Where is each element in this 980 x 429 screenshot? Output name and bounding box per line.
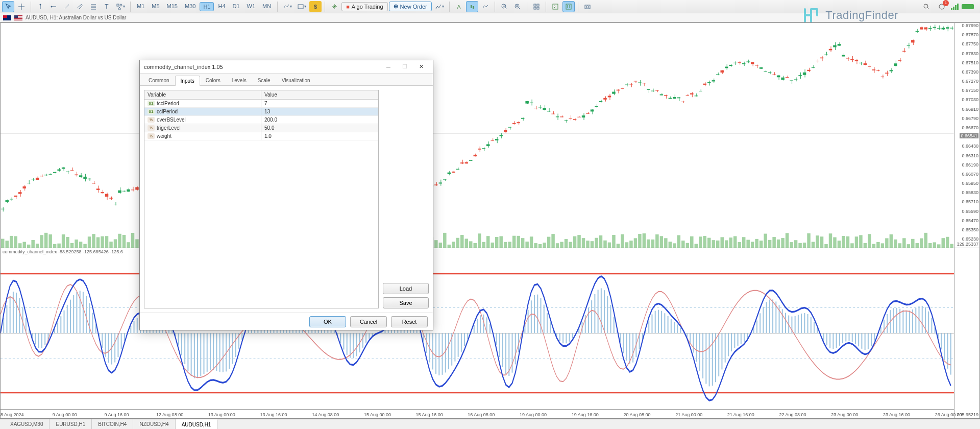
save-button[interactable]: Save bbox=[383, 297, 429, 308]
variable-value[interactable]: 13 bbox=[261, 108, 378, 115]
svg-rect-384 bbox=[486, 144, 489, 146]
input-row[interactable]: ½weight1.0 bbox=[144, 132, 378, 140]
dialog-tab-common[interactable]: Common bbox=[143, 75, 175, 85]
chart-tab[interactable]: AUDUSD,H1 bbox=[176, 419, 218, 429]
svg-rect-88 bbox=[57, 244, 60, 248]
strategy-active-icon[interactable] bbox=[562, 1, 575, 12]
timeframe-m15[interactable]: M15 bbox=[164, 2, 181, 11]
timeframe-mn[interactable]: MN bbox=[259, 2, 274, 11]
time-tick: 13 Aug 00:00 bbox=[208, 412, 235, 417]
variable-name: cciPeriod bbox=[157, 109, 178, 114]
svg-rect-529 bbox=[695, 244, 698, 248]
svg-rect-132 bbox=[122, 191, 126, 192]
hline-tool[interactable] bbox=[47, 1, 60, 12]
crosshair-tool[interactable] bbox=[15, 1, 28, 12]
connection-status-icon bbox=[962, 4, 974, 9]
svg-rect-505 bbox=[660, 236, 663, 248]
order-type-dropdown[interactable]: ▾ bbox=[433, 2, 446, 11]
close-button[interactable]: ✕ bbox=[413, 61, 429, 73]
svg-rect-666 bbox=[894, 63, 897, 66]
dialog-tab-scale[interactable]: Scale bbox=[252, 75, 276, 85]
dialog-tab-levels[interactable]: Levels bbox=[226, 75, 252, 85]
svg-rect-487 bbox=[634, 238, 637, 248]
svg-rect-516 bbox=[677, 98, 680, 99]
svg-point-35 bbox=[586, 6, 589, 8]
algo-trading-button[interactable]: ■Algo Trading bbox=[341, 2, 387, 11]
column-header-value[interactable]: Value bbox=[261, 90, 378, 99]
chart-tab[interactable]: BITCOIN,H4 bbox=[92, 419, 133, 429]
shapes-dropdown[interactable]: ▾ bbox=[114, 2, 127, 11]
dialog-tab-visualization[interactable]: Visualization bbox=[276, 75, 316, 85]
svg-rect-703 bbox=[946, 237, 949, 248]
fibo-tool[interactable] bbox=[87, 1, 100, 12]
input-row[interactable]: ½trigerLevel50.0 bbox=[144, 124, 378, 132]
candle-icon[interactable] bbox=[466, 1, 478, 12]
svg-rect-397 bbox=[504, 242, 507, 248]
input-row[interactable]: ½overBSLevel200.0 bbox=[144, 116, 378, 124]
cursor-tool[interactable] bbox=[2, 1, 14, 12]
timeframe-h4[interactable]: H4 bbox=[215, 2, 228, 11]
timeframe-m30[interactable]: M30 bbox=[182, 2, 199, 11]
chart-tab[interactable]: EURUSD,H1 bbox=[50, 419, 92, 429]
chart-style-dropdown[interactable]: ▾ bbox=[281, 2, 294, 11]
svg-rect-403 bbox=[512, 236, 516, 248]
input-row[interactable]: 01tcciPeriod7 bbox=[144, 100, 378, 108]
screenshot-icon[interactable] bbox=[581, 1, 594, 12]
svg-rect-468 bbox=[608, 96, 611, 97]
variable-value[interactable]: 7 bbox=[261, 100, 378, 107]
tile-windows-icon[interactable] bbox=[530, 1, 543, 12]
text-tool[interactable]: T bbox=[101, 1, 113, 12]
svg-rect-669 bbox=[898, 60, 901, 61]
notifications-icon[interactable]: 1 bbox=[936, 1, 948, 12]
chart-tab[interactable]: XAGUSD,M30 bbox=[4, 419, 50, 429]
templates-dropdown[interactable]: ▾ bbox=[295, 2, 308, 11]
reset-button[interactable]: Reset bbox=[391, 316, 428, 327]
svg-rect-366 bbox=[460, 162, 463, 163]
trendline-tool[interactable] bbox=[61, 1, 73, 12]
timeframe-m1[interactable]: M1 bbox=[134, 2, 148, 11]
shift-chart-icon[interactable] bbox=[453, 1, 465, 12]
search-icon[interactable] bbox=[920, 1, 933, 12]
line-chart-icon[interactable] bbox=[479, 1, 492, 12]
input-row[interactable]: 01cciPeriod13 bbox=[144, 108, 378, 116]
minimize-button[interactable]: ─ bbox=[381, 61, 396, 73]
indicator-icon[interactable] bbox=[328, 1, 340, 12]
timeframe-d1[interactable]: D1 bbox=[230, 2, 243, 11]
svg-rect-76 bbox=[40, 235, 43, 248]
channel-tool[interactable] bbox=[74, 1, 86, 12]
svg-rect-474 bbox=[617, 90, 620, 91]
load-button[interactable]: Load bbox=[383, 283, 429, 294]
plus-icon: ⊕ bbox=[394, 3, 398, 10]
zoom-in-icon[interactable] bbox=[511, 1, 524, 12]
vline-tool[interactable] bbox=[34, 1, 46, 12]
variable-value[interactable]: 200.0 bbox=[261, 116, 378, 124]
inputs-table[interactable]: Variable Value 01tcciPeriod701cciPeriod1… bbox=[144, 90, 379, 308]
svg-rect-352 bbox=[439, 243, 442, 248]
dialog-tab-colors[interactable]: Colors bbox=[200, 75, 226, 85]
svg-rect-483 bbox=[629, 84, 632, 84]
chart-tab[interactable]: NZDUSD,H4 bbox=[133, 419, 175, 429]
strategy-play-icon[interactable] bbox=[549, 1, 561, 12]
timeframe-m5[interactable]: M5 bbox=[149, 2, 162, 11]
timeframe-w1[interactable]: W1 bbox=[244, 2, 259, 11]
ok-button[interactable]: OK bbox=[309, 316, 346, 327]
svg-rect-370 bbox=[465, 239, 468, 248]
svg-rect-588 bbox=[781, 78, 784, 80]
svg-rect-553 bbox=[729, 237, 732, 248]
variable-value[interactable]: 1.0 bbox=[261, 132, 378, 140]
zoom-out-icon[interactable] bbox=[498, 1, 510, 12]
new-order-button[interactable]: ⊕New Order bbox=[389, 2, 432, 11]
dialog-titlebar[interactable]: commodity_channel_index 1.05 ─ ☐ ✕ bbox=[140, 60, 433, 74]
price-tick: 0.67150 bbox=[962, 88, 978, 93]
timeframe-h1[interactable]: H1 bbox=[200, 2, 214, 11]
separator bbox=[527, 2, 527, 12]
cancel-button[interactable]: Cancel bbox=[350, 316, 387, 327]
time-tick: 9 Aug 00:00 bbox=[53, 412, 77, 417]
separator bbox=[546, 2, 546, 12]
variable-value[interactable]: 50.0 bbox=[261, 124, 378, 132]
dialog-tab-inputs[interactable]: Inputs bbox=[175, 76, 200, 86]
maximize-button[interactable]: ☐ bbox=[397, 61, 412, 73]
svg-rect-604 bbox=[803, 243, 806, 248]
column-header-variable[interactable]: Variable bbox=[144, 90, 261, 99]
dollar-icon[interactable]: $ bbox=[309, 1, 322, 12]
